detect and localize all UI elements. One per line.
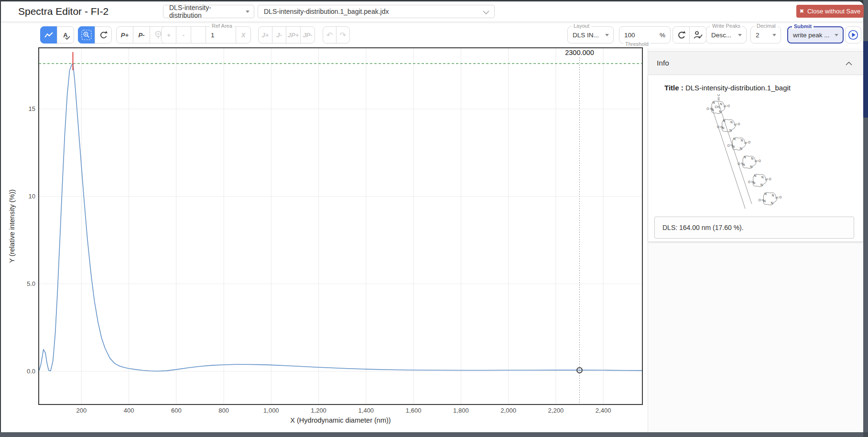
close-without-save-button[interactable]: ✖ Close without Save	[796, 5, 864, 18]
set-reference-button[interactable]	[689, 26, 706, 44]
y-tick-label: 5.0	[27, 280, 35, 287]
atom-label: O	[727, 144, 730, 147]
atom-label: N	[729, 129, 732, 132]
page-title: Spectra Editor - FI-2	[18, 6, 108, 17]
info-card: Title : DLS-intensity-distribution.1_bag…	[648, 75, 863, 241]
integration-group: + - Ref Area 1 X	[161, 26, 251, 44]
cursor-value-label: 2300.000	[565, 49, 594, 56]
atom-label: N	[723, 119, 726, 122]
atom-label: N	[764, 192, 767, 196]
a-check-icon: A	[63, 32, 67, 39]
spectrum-type-value: DLS-intensity-distribution	[169, 4, 241, 19]
horizontal-scrollbar[interactable]	[0, 432, 868, 437]
refresh-icon	[676, 30, 686, 40]
reset-zoom-button[interactable]	[95, 26, 112, 44]
decimal-value: 2	[756, 32, 760, 39]
chevron-down-icon	[835, 34, 838, 36]
atom-label: N	[760, 183, 763, 186]
write-peaks-select[interactable]: Write Peaks Desc...	[706, 26, 747, 44]
atom-label: O	[727, 104, 730, 108]
y-tick-label: 15	[29, 105, 35, 112]
reset-zoom-icon	[98, 30, 108, 40]
vertical-scrollbar[interactable]	[863, 0, 868, 432]
atom-label: N	[733, 137, 736, 141]
file-select[interactable]: DLS-intensity-distribution.1_bagit.peak.…	[258, 5, 495, 18]
toolbar: A P+	[0, 26, 868, 45]
zoom-in-selection-icon	[81, 30, 92, 40]
layout-value: DLS IN...	[573, 32, 599, 39]
zoom-select-button[interactable]	[78, 26, 95, 44]
line-spectrum-button[interactable]	[40, 26, 57, 44]
zoom-group	[78, 26, 112, 44]
x-tick-label: 400	[124, 407, 134, 414]
auto-assign-button[interactable]: A	[57, 26, 74, 44]
dls-peak-item[interactable]: DLS: 164.00 nm (17.60 %).	[654, 217, 854, 239]
integral-remove-button[interactable]: -	[176, 26, 191, 44]
title-label: Title :	[664, 84, 684, 92]
atom-label: O	[779, 196, 781, 199]
atom-label: O	[759, 198, 761, 202]
threshold-field[interactable]: Threshold 100 %	[619, 26, 671, 44]
layout-select[interactable]: Layout DLS IN...	[567, 26, 614, 44]
j-plus-button[interactable]: J+	[258, 26, 272, 44]
molecule-structure: NNNNOOOCH₂NNNNOONNNNOONNNNOONNNNOONNNNOO	[698, 94, 784, 213]
undo-icon: ↶	[326, 31, 333, 40]
redo-icon: ↷	[340, 31, 346, 40]
j-minus-button[interactable]: J-	[272, 26, 286, 44]
clear-integrals-button[interactable]: X	[236, 26, 251, 44]
atom-label: N	[719, 110, 721, 113]
spectrum-chart[interactable]: 2300.0002004006008001,0001,2001,4001,600…	[0, 0, 650, 430]
peak-remove-button[interactable]: P-	[133, 26, 150, 44]
atom-label: O	[748, 180, 750, 184]
chevron-down-icon	[246, 11, 250, 13]
ref-area-field[interactable]: Ref Area 1	[206, 26, 236, 44]
atom-label: N	[730, 120, 733, 124]
decimal-select[interactable]: Decimal 2	[750, 26, 781, 44]
atom-label: CH₂	[715, 105, 721, 109]
atom-label: N	[751, 157, 753, 160]
jp-plus-button[interactable]: JP+	[286, 26, 301, 44]
atom-label: O	[717, 125, 719, 129]
submit-label: Submit	[792, 23, 814, 29]
submit-select[interactable]: Submit write peak ...	[787, 26, 844, 44]
info-panel-header[interactable]: Info	[648, 51, 863, 75]
atom-label: N	[761, 175, 764, 179]
integral-blank-button[interactable]	[191, 26, 206, 44]
bond-line	[712, 107, 745, 209]
refresh-button[interactable]	[673, 26, 690, 44]
x-tick-label: 800	[218, 407, 229, 414]
x-tick-label: 1,600	[406, 407, 422, 414]
j-coupling-group: J+ J- JP+ JP-	[258, 26, 315, 44]
close-label: Close without Save	[807, 8, 860, 15]
redo-button[interactable]: ↷	[336, 26, 350, 44]
spectrum-title-row: Title : DLS-intensity-distribution.1_bag…	[648, 75, 863, 92]
title-bar: Spectra Editor - FI-2 DLS-intensity-dist…	[1, 1, 863, 22]
threshold-unit: %	[660, 32, 665, 39]
x-tick-label: 2,400	[596, 407, 611, 414]
peak-add-button[interactable]: P+	[116, 26, 133, 44]
chevron-down-icon	[738, 34, 742, 36]
threshold-value: 100	[624, 32, 635, 39]
write-peaks-label: Write Peaks	[710, 23, 742, 29]
y-tick-label: 0.0	[27, 368, 35, 375]
vertical-scrollbar-thumb[interactable]	[863, 41, 868, 118]
x-tick-label: 1,400	[358, 407, 374, 414]
atom-label: N	[754, 174, 757, 177]
x-tick-label: 1,000	[263, 407, 279, 414]
ref-area-label: Ref Area	[210, 23, 234, 29]
integral-add-button[interactable]: +	[161, 26, 176, 44]
spectrum-type-select[interactable]: DLS-intensity-distribution	[163, 5, 254, 18]
atom-label: N	[713, 101, 715, 104]
atom-label: O	[717, 94, 720, 97]
info-title: Info	[657, 59, 669, 67]
atom-label: O	[769, 177, 771, 181]
plot-area	[39, 48, 642, 404]
jp-minus-button[interactable]: JP-	[300, 26, 315, 44]
y-tick-label: 10	[29, 193, 35, 200]
chevron-down-icon	[483, 11, 489, 15]
play-icon	[848, 30, 858, 40]
submit-run-button[interactable]	[845, 26, 861, 44]
line-chart-icon	[43, 31, 54, 39]
x-tick-label: 600	[171, 407, 182, 414]
undo-button[interactable]: ↶	[323, 26, 336, 44]
